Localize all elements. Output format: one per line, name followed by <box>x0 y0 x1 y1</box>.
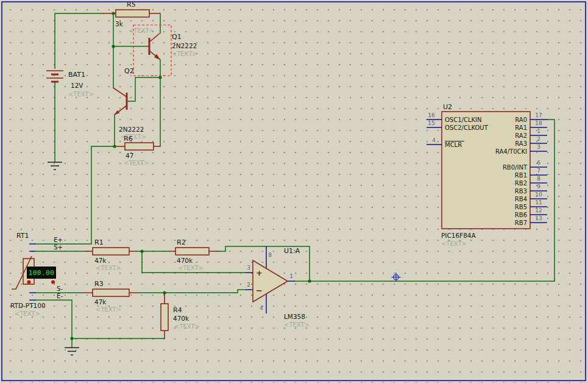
resistor-body <box>161 304 168 331</box>
schematic-canvas[interactable]: R5 3k <TEXT> Q1 2N2222 <TEXT> Q2 2N2222 … <box>0 0 588 383</box>
pin-name: RB3 <box>515 188 527 195</box>
r6-text-label: <TEXT> <box>124 160 149 166</box>
pin-name: RB7 <box>515 220 527 226</box>
rt1-pin-label-sminus: S- <box>57 285 63 292</box>
rtd-decrease-button[interactable] <box>27 281 31 284</box>
r4-value-label: 470k <box>173 315 190 322</box>
component-r5[interactable]: R5 3k <TEXT> <box>102 1 160 34</box>
opamp-body <box>253 260 288 302</box>
pin-name: RA0 <box>515 116 527 123</box>
component-bat1[interactable]: BAT1 12V <TEXT> <box>46 71 94 98</box>
component-rt1[interactable]: 100.00 E+ S+ S- E- RT1 RTD-PT100 <TEXT> <box>10 232 63 317</box>
pin-name: RB0/INT <box>503 164 528 171</box>
u2-text-label: <TEXT> <box>441 240 467 247</box>
q1-text-label: <TEXT> <box>172 51 197 57</box>
opamp-pin-number-3: 3 <box>247 265 250 271</box>
pin-number: 12 <box>535 207 542 213</box>
u1-ref-label: U1:A <box>284 247 300 255</box>
bat1-text-label: <TEXT> <box>68 91 94 98</box>
wire-inv-input[interactable] <box>137 290 246 293</box>
pin-name: RB1 <box>515 172 527 179</box>
wire-q2-base[interactable] <box>128 77 160 101</box>
rtd-increase-button[interactable] <box>51 281 55 284</box>
opamp-pin-number-4: 4 <box>260 305 263 311</box>
component-r1[interactable]: R1 47k <TEXT> <box>85 238 137 271</box>
pin-number: 17 <box>535 112 542 118</box>
rt1-ref-label: RT1 <box>16 232 29 240</box>
pin-number: 2 <box>537 136 540 142</box>
q2-value-label: 2N2222 <box>119 126 144 133</box>
pin-number: 4 <box>432 137 436 143</box>
transistor-collector <box>149 33 160 42</box>
r1-ref-label: R1 <box>94 238 104 246</box>
bat1-value-label: 12V <box>71 82 83 89</box>
opamp-minus-sign: − <box>256 286 263 295</box>
component-q2[interactable]: Q2 2N2222 <TEXT> <box>113 67 146 140</box>
pin-number: 15 <box>428 120 434 126</box>
resistor-body <box>116 10 149 17</box>
r5-text-label: <TEXT> <box>129 27 154 34</box>
junction-dot <box>112 45 115 48</box>
pin-name: RB4 <box>515 196 527 202</box>
rt1-value-label: RTD-PT100 <box>10 302 46 309</box>
q2-ref-label: Q2 <box>124 67 134 75</box>
r2-text-label: <TEXT> <box>178 265 204 271</box>
pin-name: RA4/T0CKI <box>495 148 527 155</box>
u2-ref-label: U2 <box>443 103 452 111</box>
pin-number: 11 <box>535 199 542 206</box>
junction-dot <box>308 279 311 282</box>
r2-ref-label: R2 <box>177 238 186 246</box>
pin-number: 3 <box>537 144 540 150</box>
r5-value-label: 3k <box>115 20 124 27</box>
pin-name: RB6 <box>515 212 527 218</box>
opamp-plus-sign: + <box>256 268 263 277</box>
bat1-ref-label: BAT1 <box>68 71 85 79</box>
pin-name: RA2 <box>515 132 527 139</box>
rtd-display-value: 100.00 <box>29 269 55 277</box>
junction-dot <box>70 337 73 340</box>
opamp-pin-number-2: 2 <box>247 282 250 288</box>
r5-ref-label: R5 <box>127 1 136 9</box>
pin-name: RB2 <box>515 180 527 187</box>
resistor-body <box>93 248 129 255</box>
r3-value-label: 47k <box>94 298 107 306</box>
transistor-collector <box>113 88 127 97</box>
component-r4[interactable]: R4 470k <TEXT> <box>161 293 200 338</box>
pin-number: 1 <box>537 128 540 134</box>
component-u2-mcu[interactable]: U2 PIC16F84A <TEXT> 16 15 4 OSC1/CLKIN O… <box>427 103 547 247</box>
component-r2[interactable]: R2 470k <TEXT> <box>169 238 218 271</box>
pin-number: 9 <box>537 184 540 190</box>
pin-number: 13 <box>535 215 542 221</box>
pin-number: 16 <box>428 112 435 118</box>
u2-value-label: PIC16F84A <box>441 232 476 239</box>
pin-number: 8 <box>537 176 540 182</box>
component-u1-opamp[interactable]: + − 3 2 1 8 4 U1:A LM358 <TEXT> <box>246 246 310 328</box>
resistor-body <box>93 289 129 296</box>
r1-text-label: <TEXT> <box>96 265 121 271</box>
wire-vplus-rail[interactable] <box>55 13 102 68</box>
r6-value-label: 47 <box>126 152 133 159</box>
r2-value-label: 470k <box>177 257 193 264</box>
r3-ref-label: R3 <box>94 280 104 288</box>
rt1-pin-label-splus: S+ <box>54 244 63 251</box>
junction-dot <box>140 249 143 252</box>
ground-symbol-battery[interactable] <box>48 162 62 170</box>
rt1-pin-label-eminus: E- <box>57 293 63 299</box>
opamp-pin-number-1: 1 <box>289 273 293 279</box>
pin-name: RA1 <box>515 124 527 131</box>
resistor-body <box>175 248 209 255</box>
component-r3[interactable]: R3 47k <TEXT> <box>85 280 137 313</box>
wire-excitation-eplus[interactable] <box>35 146 115 244</box>
r6-ref-label: R6 <box>124 135 133 143</box>
pin-name: RB5 <box>515 204 527 210</box>
pin-name: OSC1/CLKIN <box>445 116 481 123</box>
r1-value-label: 47k <box>94 257 107 264</box>
ground-symbol-bottom[interactable] <box>65 348 79 355</box>
r4-text-label: <TEXT> <box>174 323 200 330</box>
u1-text-label: <TEXT> <box>284 321 310 328</box>
pin-name: MCLR <box>445 141 462 148</box>
junction-dot <box>158 76 161 79</box>
pin-name: OSC2/CLKOUT <box>445 124 489 131</box>
u1-value-label: LM358 <box>284 313 305 320</box>
rt1-text-label: <TEXT> <box>15 310 40 317</box>
